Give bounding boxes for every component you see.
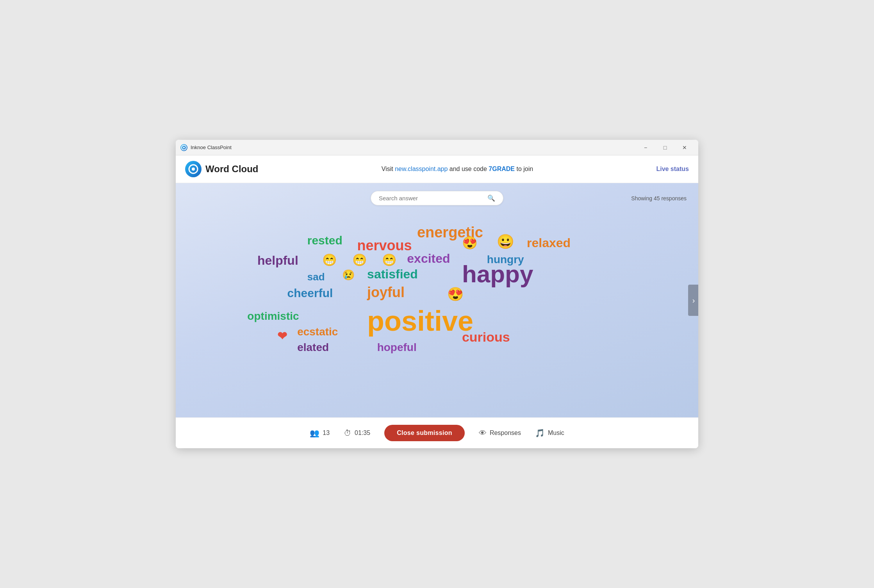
search-icon: 🔍 <box>487 194 495 202</box>
word-cloud-item: positive <box>367 307 473 335</box>
maximize-button[interactable]: □ <box>656 141 674 154</box>
word-cloud-item: ❤ <box>277 330 287 342</box>
word-cloud-item: rested <box>307 235 342 246</box>
word-cloud-item: hopeful <box>377 342 417 353</box>
live-status-button[interactable]: Live status <box>656 166 689 173</box>
svg-point-3 <box>192 167 195 171</box>
word-cloud-item: optimistic <box>247 311 299 322</box>
join-text: to join <box>515 166 533 172</box>
responses-label: Responses <box>490 429 521 437</box>
search-row: 🔍 Showing 45 responses <box>187 191 687 205</box>
visit-text: Visit <box>382 166 395 172</box>
word-cloud-item: nervous <box>357 239 412 253</box>
word-cloud-item: 😁 <box>352 254 367 266</box>
close-button[interactable]: ✕ <box>676 141 694 154</box>
logo-icon <box>185 161 202 177</box>
word-cloud-item: joyful <box>367 285 405 299</box>
header-center: Visit new.classpoint.app and use code 7G… <box>259 166 656 173</box>
word-cloud-item: curious <box>462 330 510 344</box>
word-cloud-item: 😁 <box>322 254 337 266</box>
word-cloud-item: cheerful <box>287 287 333 299</box>
window-controls: − □ ✕ <box>637 141 694 154</box>
join-code: 7GRADE <box>489 166 515 172</box>
svg-point-1 <box>183 147 185 148</box>
minimize-button[interactable]: − <box>637 141 655 154</box>
timer-display: ⏱ 01:35 <box>344 429 370 438</box>
word-cloud-item: elated <box>297 342 329 353</box>
word-cloud-item: relaxed <box>527 237 571 249</box>
word-cloud-item: 😁 <box>382 254 396 266</box>
logo-area: Word Cloud <box>185 161 259 177</box>
participants-count: 👥 13 <box>310 428 330 438</box>
word-cloud-item: 😢 <box>342 270 355 280</box>
app-window: Inknoe ClassPoint − □ ✕ Word Cloud Visit… <box>176 140 698 448</box>
word-cloud-item: 😀 <box>497 235 514 249</box>
search-bar: 🔍 <box>371 191 503 205</box>
close-submission-button[interactable]: Close submission <box>384 425 465 441</box>
url-link[interactable]: new.classpoint.app <box>395 166 448 172</box>
main-area: 🔍 Showing 45 responses energeticnervous😍… <box>176 183 698 417</box>
footer: 👥 13 ⏱ 01:35 Close submission 👁 Response… <box>176 417 698 448</box>
word-cloud-item: happy <box>462 262 533 286</box>
music-button[interactable]: 🎵 Music <box>535 428 564 438</box>
word-cloud-item: sad <box>307 272 325 282</box>
music-icon: 🎵 <box>535 428 545 438</box>
header: Word Cloud Visit new.classpoint.app and … <box>176 155 698 183</box>
word-cloud-item: satisfied <box>367 268 418 280</box>
word-cloud: energeticnervous😍rested😁😁😁excited😀relaxe… <box>187 209 687 404</box>
response-count: Showing 45 responses <box>631 195 687 201</box>
timer-value: 01:35 <box>355 429 370 437</box>
participants-number: 13 <box>323 429 330 437</box>
search-input[interactable] <box>379 195 487 201</box>
sidebar-toggle[interactable]: › <box>688 285 698 316</box>
word-cloud-item: 😍 <box>462 237 478 249</box>
participants-icon: 👥 <box>310 428 319 438</box>
word-cloud-item: helpful <box>257 254 298 267</box>
responses-icon: 👁 <box>479 429 487 438</box>
titlebar-title: Inknoe ClassPoint <box>191 144 232 150</box>
middle-text: and use code <box>448 166 489 172</box>
titlebar: Inknoe ClassPoint − □ ✕ <box>176 140 698 155</box>
music-label: Music <box>548 429 564 437</box>
responses-button[interactable]: 👁 Responses <box>479 429 521 438</box>
word-cloud-item: 😍 <box>447 287 464 301</box>
app-title: Word Cloud <box>205 164 259 175</box>
word-cloud-item: ecstatic <box>297 326 338 337</box>
word-cloud-item: excited <box>407 252 450 265</box>
app-icon <box>180 144 187 151</box>
timer-icon: ⏱ <box>344 429 351 438</box>
